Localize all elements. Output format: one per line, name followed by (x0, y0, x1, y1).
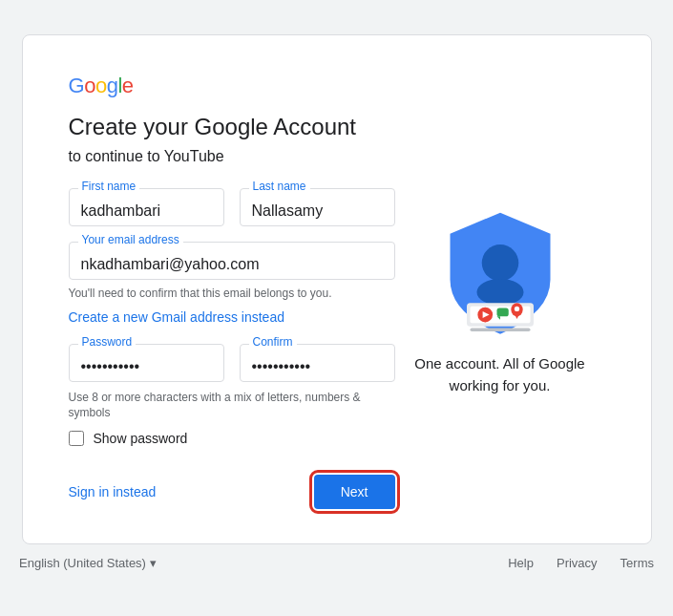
svg-point-10 (514, 307, 518, 311)
language-selector[interactable]: English (United States) ▾ (19, 556, 157, 570)
confirm-input[interactable] (240, 344, 395, 382)
show-password-label[interactable]: Show password (94, 431, 188, 446)
right-panel: One account. All of Google working for y… (395, 74, 605, 509)
confirm-group: Confirm (240, 344, 395, 382)
show-password-checkbox[interactable] (69, 431, 84, 446)
shield-svg (433, 204, 567, 338)
last-name-group: Last name (240, 188, 395, 226)
footer: English (United States) ▾ Help Privacy T… (0, 544, 673, 582)
svg-rect-7 (496, 308, 508, 317)
help-link[interactable]: Help (508, 556, 534, 570)
google-logo: Google (69, 74, 395, 98)
footer-links: Help Privacy Terms (508, 556, 654, 570)
svg-point-0 (481, 244, 518, 282)
last-name-input[interactable] (240, 188, 395, 226)
signup-card: Google Create your Google Account to con… (22, 34, 652, 544)
first-name-input[interactable] (69, 188, 224, 226)
sign-in-link[interactable]: Sign in instead (69, 484, 157, 499)
email-input[interactable] (69, 242, 395, 280)
shield-illustration (433, 204, 567, 338)
email-hint: You'll need to confirm that this email b… (69, 286, 395, 302)
first-name-group: First name (69, 188, 224, 226)
next-button[interactable]: Next (314, 475, 395, 509)
gmail-link[interactable]: Create a new Gmail address instead (69, 309, 284, 325)
password-hint: Use 8 or more characters with a mix of l… (69, 390, 395, 422)
svg-rect-4 (470, 329, 530, 332)
privacy-link[interactable]: Privacy (557, 556, 598, 570)
chevron-down-icon: ▾ (150, 556, 157, 570)
password-group: Password (69, 344, 224, 382)
email-group: Your email address (69, 242, 395, 280)
illustration-caption: One account. All of Google working for y… (414, 353, 584, 396)
svg-point-1 (476, 279, 523, 306)
show-password-row: Show password (69, 431, 395, 446)
language-text: English (United States) (19, 556, 146, 570)
subtitle: to continue to YouTube (69, 148, 395, 165)
left-panel: Google Create your Google Account to con… (69, 74, 395, 509)
password-input[interactable] (69, 344, 224, 382)
terms-link[interactable]: Terms (620, 556, 654, 570)
actions-row: Sign in instead Next (69, 475, 395, 509)
logo-text: Google (69, 74, 134, 98)
name-row: First name Last name (69, 188, 395, 226)
page-title: Create your Google Account (69, 114, 395, 140)
password-row: Password Confirm (69, 344, 395, 382)
